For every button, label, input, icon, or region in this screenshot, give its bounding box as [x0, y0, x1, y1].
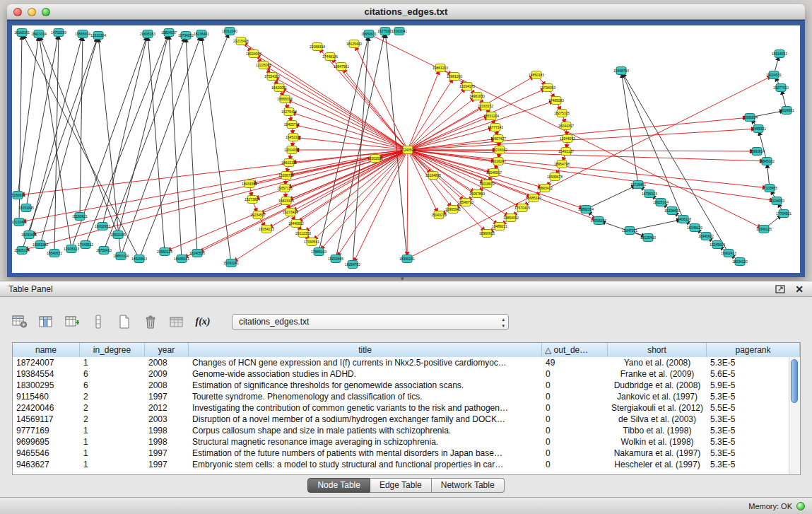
close-window-button[interactable]: [13, 8, 22, 16]
minimize-window-button[interactable]: [28, 8, 36, 16]
show-columns-icon[interactable]: [36, 313, 56, 331]
node-label: 10945602: [698, 234, 714, 238]
table-row[interactable]: 1456911722003Disruption of a novel membe…: [13, 414, 789, 425]
node-label: 19051082: [33, 243, 48, 247]
cell-out_degree: 49: [542, 358, 608, 368]
tab-edge-table[interactable]: Edge Table: [370, 478, 432, 493]
cell-pagerank: 5.3E-5: [707, 358, 789, 368]
cell-out_degree: 0: [542, 414, 608, 424]
cell-title: Disruption of a novel member of a sodium…: [189, 414, 542, 424]
node-label: 16902413: [721, 251, 736, 255]
node-label: 20660124: [157, 250, 172, 254]
node-label: 15093241: [223, 261, 239, 265]
node-label: 19275301: [377, 29, 393, 33]
table-row[interactable]: 1830029562008Estimation of significance …: [13, 380, 789, 391]
close-panel-icon[interactable]: ✕: [795, 284, 804, 295]
node-label: 15184805: [425, 173, 441, 177]
node-label: 17093541: [304, 240, 319, 244]
table-row[interactable]: 1872400712008Changes of HCN gene express…: [13, 357, 789, 368]
table-row[interactable]: 2242004622012Investigating the contribut…: [13, 402, 789, 414]
cell-year: 2009: [145, 369, 189, 379]
column-header-pagerank[interactable]: pagerank: [707, 343, 800, 357]
status-bar: Memory: OK: [0, 497, 812, 514]
table-panel-body: f(x) citations_edges.txt ▴▾ namein_degre…: [0, 297, 812, 497]
cell-title: Changes of HCN gene expression and I(f) …: [189, 358, 542, 368]
node-label: 12014052: [284, 148, 300, 152]
table-row[interactable]: 911546021997Tourette syndrome. Phenomeno…: [13, 391, 789, 402]
node-label: 20605163: [140, 32, 155, 36]
cell-year: 2008: [145, 358, 189, 368]
node-label: 19565004: [75, 32, 90, 36]
function-builder-icon[interactable]: f(x): [193, 313, 213, 331]
new-document-icon[interactable]: [114, 313, 134, 331]
table-row[interactable]: 946362711997Embryonic stem cells: a mode…: [13, 459, 789, 470]
node-label: 18240536: [189, 251, 205, 255]
table-vertical-scrollbar[interactable]: [789, 357, 800, 474]
node-label: 10273419: [283, 210, 298, 214]
node-label: 16452102: [286, 135, 301, 139]
import-table-icon[interactable]: [167, 313, 187, 331]
cell-out_degree: 0: [542, 380, 608, 390]
cell-pagerank: 5.3E-5: [707, 460, 789, 469]
cell-year: 1998: [145, 426, 189, 436]
node-label: 19861203: [433, 66, 448, 70]
row-selector-icon[interactable]: [88, 313, 108, 331]
table-row[interactable]: 1938455462009Genome-wide association stu…: [13, 368, 789, 380]
node-label: 19734093: [540, 86, 555, 90]
cell-short: Stergiakouli et al. (2012): [608, 403, 707, 413]
node-label: 15993814: [749, 149, 765, 153]
node-label: 15995804: [742, 115, 758, 119]
node-label: 15493127: [558, 149, 574, 153]
cell-pagerank: 5.5E-5: [707, 403, 789, 413]
cell-out_degree: 0: [542, 426, 608, 436]
tab-node-table[interactable]: Node Table: [307, 478, 370, 493]
table-selector-combobox[interactable]: citations_edges.txt ▴▾: [232, 314, 509, 330]
node-label: 18163041: [392, 29, 407, 33]
new-column-icon[interactable]: [62, 313, 82, 331]
node-label: 14093152: [591, 218, 606, 223]
cell-pagerank: 5.3E-5: [707, 414, 789, 424]
node-label: 12225068: [256, 63, 271, 67]
cell-title: Corpus callosum shape and size in male p…: [189, 426, 542, 436]
node-label: 17670415: [514, 206, 530, 210]
cell-year: 2003: [145, 414, 189, 424]
cell-short: Dudbridge et al. (2008): [608, 380, 707, 390]
node-label: 16169161: [14, 30, 30, 35]
node-label: 18954798: [554, 162, 570, 166]
column-header-out_degree[interactable]: △ out_de…: [542, 343, 608, 357]
cell-name: 22420046: [13, 403, 80, 413]
node-label: 16777143: [488, 125, 503, 129]
tab-network-table[interactable]: Network Table: [432, 478, 505, 493]
cell-title: Estimation of the future numbers of pati…: [189, 448, 542, 458]
node-labels-layer: 1724050421215416180240061222506817554300…: [12, 29, 794, 267]
node-label: 18125403: [640, 235, 656, 240]
cell-out_degree: 0: [542, 460, 608, 469]
table-row[interactable]: 969969511998Structural magnetic resonanc…: [13, 436, 789, 448]
cell-short: Tibbo et al. (1998): [608, 426, 707, 436]
memory-status-indicator: [796, 502, 805, 510]
node-label: 15685149: [526, 196, 541, 200]
table-row[interactable]: 946554611997Estimation of the future num…: [13, 448, 789, 459]
float-panel-icon[interactable]: [775, 285, 785, 293]
cell-in_degree: 6: [80, 380, 145, 390]
column-header-title[interactable]: title: [189, 343, 542, 357]
scrollbar-thumb[interactable]: [791, 359, 798, 403]
cell-name: 9699695: [13, 437, 80, 447]
cell-out_degree: 0: [542, 392, 608, 402]
column-header-short[interactable]: short: [608, 343, 707, 357]
node-label: 14520613: [131, 257, 147, 261]
node-label: 16002953: [95, 224, 110, 228]
node-label: 19203465: [328, 257, 343, 261]
delete-icon[interactable]: [141, 313, 160, 331]
column-header-name[interactable]: name: [13, 343, 80, 357]
node-label: 13854092: [503, 216, 519, 220]
node-label: 18325104: [653, 200, 669, 204]
zoom-window-button[interactable]: [42, 8, 50, 16]
node-label: 18960915: [479, 231, 495, 235]
network-graph[interactable]: 1724050421215416180240061222506817554300…: [12, 25, 800, 273]
table-row[interactable]: 977716911998Corpus callosum shape and si…: [13, 425, 789, 436]
table-settings-icon[interactable]: [10, 313, 30, 331]
column-header-in_degree[interactable]: in_degree: [80, 343, 145, 357]
column-header-year[interactable]: year: [145, 343, 189, 357]
window-titlebar[interactable]: citations_edges.txt: [7, 4, 805, 20]
